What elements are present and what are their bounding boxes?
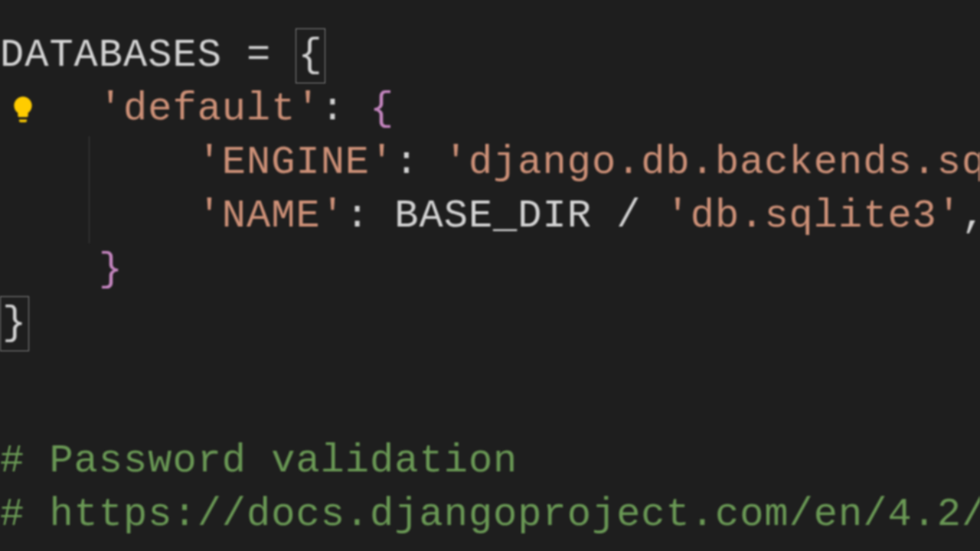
code-line-5[interactable]: } <box>0 243 980 297</box>
variable-databases: DATABASES <box>0 29 222 83</box>
key-default: 'default' <box>99 83 321 136</box>
code-editor[interactable]: DATABASES = { 'default' : { 'ENGINE' : '… <box>0 29 980 542</box>
code-line-comment-2[interactable]: # https://docs.djangoproject.com/en/4.2/… <box>0 488 980 542</box>
code-line-blank-2[interactable] <box>0 404 980 435</box>
code-line-3[interactable]: 'ENGINE' : 'django.db.backends.sqlite3' … <box>0 136 980 190</box>
open-brace-highlighted: { <box>296 28 325 83</box>
indent <box>0 190 198 243</box>
close-brace-inner: } <box>99 243 123 297</box>
indent <box>0 136 198 190</box>
code-line-6[interactable]: } <box>0 297 980 350</box>
key-engine: 'ENGINE' <box>198 136 395 190</box>
code-line-2[interactable]: 'default' : { <box>0 83 980 136</box>
assign-operator: = <box>222 29 296 83</box>
colon: : <box>394 136 443 190</box>
code-line-comment-1[interactable]: # Password validation <box>0 435 980 488</box>
open-brace: { <box>370 83 394 136</box>
comment-password-validation: # Password validation <box>0 435 518 488</box>
code-line-blank-1[interactable] <box>0 350 980 404</box>
colon: : <box>345 190 394 243</box>
indent <box>0 243 99 297</box>
comment-docs-url: # https://docs.djangoproject.com/en/4.2/… <box>0 488 980 542</box>
builtin-basedir: BASE_DIR <box>394 190 592 243</box>
code-line-4[interactable]: 'NAME' : BASE_DIR / 'db.sqlite3' , <box>0 190 980 243</box>
close-brace-highlighted: } <box>0 296 29 351</box>
value-dbfile: 'db.sqlite3' <box>666 190 962 243</box>
code-line-1[interactable]: DATABASES = { <box>0 29 980 83</box>
value-engine: 'django.db.backends.sqlite3' <box>444 136 980 190</box>
lightbulb-icon[interactable] <box>8 94 38 125</box>
key-name: 'NAME' <box>198 190 345 243</box>
path-divider: / <box>592 190 666 243</box>
comma: , <box>962 190 980 243</box>
colon: : <box>321 83 370 136</box>
